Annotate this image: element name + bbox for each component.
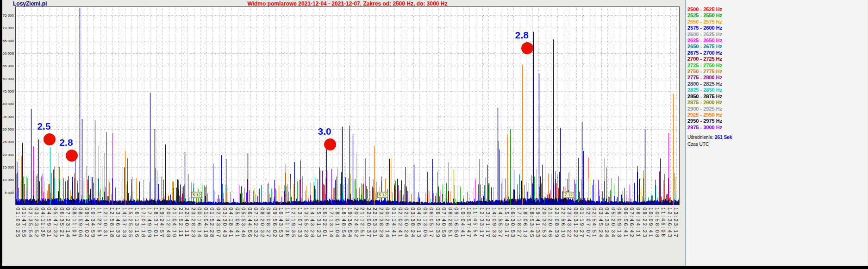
legend-item: 2850 - 2875 Hz bbox=[687, 94, 868, 100]
x-tick-label: 00:16:14 bbox=[197, 207, 202, 238]
legend-item: 2800 - 2825 Hz bbox=[687, 81, 868, 87]
x-tick-label: 07:40:58 bbox=[441, 207, 447, 238]
x-tick-label: 05:20:34 bbox=[611, 207, 616, 238]
x-tick-label: 21:20:46 bbox=[548, 207, 553, 238]
x-tick-label: 12:36:43 bbox=[667, 207, 673, 238]
y-tick-label: 20 000 bbox=[3, 153, 14, 157]
x-tick-label: 07:46:42 bbox=[629, 207, 635, 238]
legend-item: 2600 - 2625 Hz bbox=[687, 31, 868, 38]
x-tick-label: 04:11:39 bbox=[40, 207, 46, 238]
x-tick-label: 21:04:10 bbox=[172, 207, 177, 238]
x-tick-label: 10:43:53 bbox=[278, 207, 284, 238]
x-tick-label: 13:46:33 bbox=[115, 207, 121, 238]
x-tick-label: 14:55:37 bbox=[498, 207, 503, 238]
x-tick-label: 00:31:22 bbox=[573, 207, 579, 238]
x-tick-label: 05:47:32 bbox=[53, 207, 58, 238]
x-tick-label: 06:44:56 bbox=[247, 207, 253, 238]
y-tick-label: 35 000 bbox=[3, 115, 14, 119]
y-tick-label: 60 000 bbox=[3, 51, 14, 56]
x-tick-label: 01:14:41 bbox=[391, 207, 397, 238]
legend-item: 2650 - 2675 Hz bbox=[687, 44, 868, 50]
legend-item: 2700 - 2725 Hz bbox=[687, 56, 868, 62]
x-tick-label: 10:04:41 bbox=[460, 207, 466, 238]
x-tick-label: 06:09:13 bbox=[617, 207, 622, 238]
x-tick-label: 06:52:39 bbox=[435, 207, 441, 238]
x-tick-label: 07:23:14 bbox=[65, 207, 71, 238]
x-tick-label: 01:19:27 bbox=[579, 207, 585, 238]
x-tick-label: 02:35:54 bbox=[28, 207, 33, 238]
x-tick-label: 18:01:04 bbox=[335, 207, 340, 238]
event-marker-dot bbox=[521, 42, 533, 54]
x-tick-label: 11:45:54 bbox=[473, 207, 478, 238]
x-tick-label: 18:06:13 bbox=[523, 207, 528, 238]
x-tick-label: 12:58:18 bbox=[109, 207, 115, 238]
left-border-strip bbox=[0, 0, 2, 269]
x-tick-label: 03:38:24 bbox=[410, 207, 416, 238]
legend-item: 2550 - 2575 Hz bbox=[687, 19, 868, 25]
legend-item: 2975 - 3000 Hz bbox=[687, 125, 868, 131]
x-tick-label: 16:22:01 bbox=[322, 207, 328, 238]
event-marker-dot bbox=[44, 133, 56, 145]
x-tick-label: 08:34:11 bbox=[636, 207, 641, 238]
x-tick-label: 19:36:54 bbox=[347, 207, 353, 238]
x-tick-label: 20:24:52 bbox=[354, 207, 359, 238]
spectrum-plot-canvas[interactable] bbox=[15, 6, 680, 205]
legend-item: 2950 - 2975 Hz bbox=[687, 118, 868, 124]
event-marker-label: 2.5 bbox=[37, 121, 50, 132]
x-tick-label: 06:35:21 bbox=[59, 207, 65, 238]
x-tick-label: 19:41:33 bbox=[535, 207, 541, 238]
event-marker-label: 2.8 bbox=[59, 137, 73, 148]
averaging-label: Uśrednienie: bbox=[687, 135, 713, 140]
day-label: 7.12 bbox=[563, 192, 575, 198]
legend-item: 2525 - 2550 Hz bbox=[687, 13, 868, 19]
x-tick-label: 08:28:51 bbox=[448, 207, 453, 238]
x-tick-label: 16:30:53 bbox=[510, 207, 516, 238]
x-tick-label: 13:23:17 bbox=[673, 207, 679, 238]
legend-item: 2575 - 2600 Hz bbox=[687, 25, 868, 31]
x-tick-label: 17:49:09 bbox=[147, 207, 152, 238]
x-tick-label: 06:05:17 bbox=[429, 207, 434, 238]
x-tick-label: 15:25:35 bbox=[128, 207, 133, 238]
x-tick-label: 01:52:28 bbox=[209, 207, 215, 238]
x-tick-label: 19:24:57 bbox=[159, 207, 165, 238]
x-tick-label: 14:43:28 bbox=[310, 207, 315, 238]
x-axis-labels: 01:03:2501:47:5502:35:5403:23:5204:11:39… bbox=[15, 206, 680, 263]
x-tick-label: 22:53:31 bbox=[372, 207, 378, 238]
x-tick-label: 12:19:35 bbox=[291, 207, 296, 238]
x-tick-label: 03:30:43 bbox=[222, 207, 228, 238]
y-tick-label: 45 000 bbox=[3, 89, 14, 94]
x-tick-label: 03:23:52 bbox=[34, 207, 39, 238]
x-tick-label: 03:45:24 bbox=[598, 207, 604, 238]
x-tick-label: 22:56:10 bbox=[561, 207, 566, 238]
y-tick-label: 75 000 bbox=[3, 13, 14, 18]
legend-item: 2875 - 2900 Hz bbox=[687, 100, 868, 106]
legend-item: 2900 - 2925 Hz bbox=[687, 106, 868, 112]
x-tick-label: 14:37:33 bbox=[122, 207, 127, 238]
x-tick-label: 22:40:11 bbox=[184, 207, 190, 238]
x-tick-label: 01:03:25 bbox=[15, 207, 21, 238]
x-tick-label: 08:59:06 bbox=[78, 207, 83, 238]
x-tick-label: 05:06:41 bbox=[235, 207, 240, 238]
x-tick-label: 13:07:33 bbox=[297, 207, 303, 238]
legend-item: 2625 - 2650 Hz bbox=[687, 38, 868, 44]
y-tick-label: 65 000 bbox=[3, 39, 14, 43]
x-tick-label: 09:08:27 bbox=[266, 207, 271, 238]
x-tick-label: 04:26:13 bbox=[416, 207, 422, 238]
x-tick-label: 05:13:05 bbox=[423, 207, 428, 238]
y-tick-label: 55 000 bbox=[3, 64, 14, 68]
x-tick-label: 12:10:31 bbox=[103, 207, 108, 238]
x-tick-label: 12:33:17 bbox=[479, 207, 485, 238]
y-tick-label: 40 000 bbox=[3, 102, 14, 106]
event-marker-dot bbox=[66, 150, 78, 162]
x-tick-label: 23:28:23 bbox=[191, 207, 196, 238]
x-tick-label: 22:08:39 bbox=[554, 207, 560, 238]
x-tick-label: 15:43:17 bbox=[504, 207, 510, 238]
x-tick-label: 17:13:14 bbox=[329, 207, 334, 238]
x-tick-label: 06:56:41 bbox=[623, 207, 629, 238]
y-tick-label: 10 000 bbox=[3, 178, 14, 182]
x-tick-label: 08:11:01 bbox=[72, 207, 77, 238]
x-tick-label: 17:18:27 bbox=[517, 207, 522, 238]
y-tick-label: 70 000 bbox=[3, 26, 14, 30]
legend-item: 2925 - 2950 Hz bbox=[687, 112, 868, 118]
x-tick-label: 14:09:33 bbox=[492, 207, 497, 238]
